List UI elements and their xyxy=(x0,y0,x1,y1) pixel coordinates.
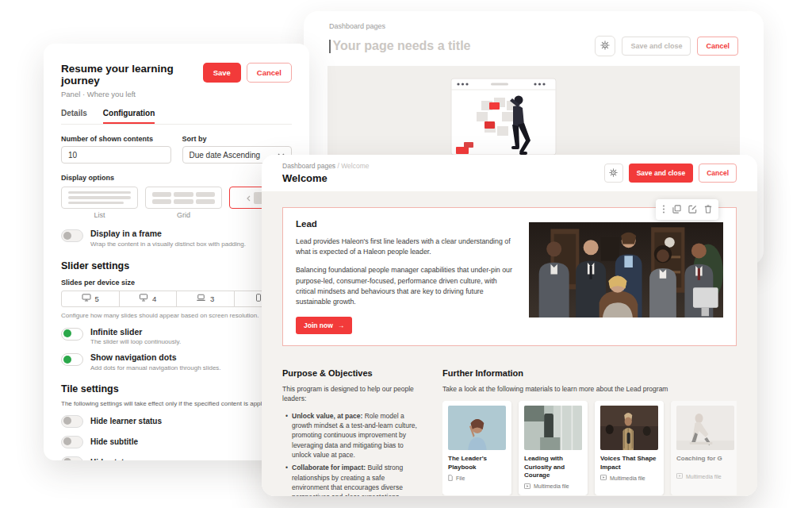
cancel-button[interactable]: Cancel xyxy=(697,37,738,56)
purpose-bullet: Unlock value, at pace: Role model a grow… xyxy=(285,411,423,460)
display-option-list[interactable]: List xyxy=(61,187,138,219)
save-button[interactable]: Save xyxy=(203,63,241,83)
multimedia-icon xyxy=(676,473,683,479)
further-information-section: Further Information Take a look at the f… xyxy=(442,368,737,496)
text-cursor xyxy=(329,40,331,53)
material-card-leaders-playbook[interactable]: The Leader's Playbook File xyxy=(442,401,511,495)
lead-paragraph: Lead provides Haleon's first line leader… xyxy=(296,237,516,257)
delete-icon[interactable] xyxy=(704,202,712,217)
edit-icon[interactable] xyxy=(688,202,697,217)
block-toolbar xyxy=(656,199,718,220)
tab-bar: Details Configuration xyxy=(61,109,292,125)
tile-settings-heading: Tile settings xyxy=(61,383,292,394)
save-and-close-button[interactable]: Save and close xyxy=(622,37,691,56)
breadcrumb: Dashboard pagesWelcome xyxy=(282,162,369,170)
multimedia-icon xyxy=(600,475,607,481)
purpose-intro: This program is designed to help our peo… xyxy=(282,384,423,404)
join-now-button[interactable]: Join now → xyxy=(296,317,352,334)
display-options-label: Display options xyxy=(61,174,292,182)
display-in-frame-toggle[interactable] xyxy=(61,229,83,242)
purpose-objectives-section: Purpose & Objectives This program is des… xyxy=(282,368,423,496)
slider-settings-heading: Slider settings xyxy=(61,260,292,271)
drag-handle-icon[interactable] xyxy=(662,202,665,217)
lead-hero-image xyxy=(529,222,723,318)
frame-toggle-row: Display in a frame Wrap the content in a… xyxy=(61,229,292,248)
gear-icon xyxy=(600,39,610,53)
toggle-desc: Wrap the content in a visually distinct … xyxy=(90,241,246,248)
duplicate-icon[interactable] xyxy=(672,202,681,217)
device-desktop-option[interactable]: 5 xyxy=(62,291,120,306)
material-card-voices-impact[interactable]: Voices That Shape Impact Multimedia file xyxy=(595,401,664,495)
settings-button[interactable] xyxy=(595,36,615,56)
slides-helper-text: Configure how many slides should appear … xyxy=(61,312,292,319)
tile-settings-note: The following settings will take effect … xyxy=(61,400,292,407)
arrow-right-icon: → xyxy=(338,321,345,329)
hide-subtitle-row: Hide subtitle xyxy=(61,435,292,448)
breadcrumb-root[interactable]: Dashboard pages xyxy=(282,162,335,170)
monitor-icon xyxy=(139,294,148,303)
slider-arrow-left-icon xyxy=(247,190,251,205)
sort-by-label: Sort by xyxy=(182,135,293,143)
hide-learner-status-row: Hide learner status xyxy=(61,414,292,428)
editor-header: Dashboard pages Your page needs a title … xyxy=(304,11,764,56)
breadcrumb-current: Welcome xyxy=(341,162,369,170)
save-and-close-button[interactable]: Save and close xyxy=(629,164,693,183)
breadcrumb[interactable]: Dashboard pages xyxy=(329,22,738,30)
materials-slider: The Leader's Playbook File xyxy=(442,401,737,495)
device-monitor-option[interactable]: 4 xyxy=(120,291,178,306)
laptop-icon xyxy=(196,294,206,303)
hide-status-toggle[interactable] xyxy=(61,456,83,461)
file-icon xyxy=(448,475,453,482)
tab-details[interactable]: Details xyxy=(61,109,87,124)
slides-per-device-label: Slides per device size xyxy=(61,279,292,287)
settings-button[interactable] xyxy=(604,164,623,183)
purpose-heading: Purpose & Objectives xyxy=(282,368,423,378)
cancel-button[interactable]: Cancel xyxy=(247,63,292,83)
hide-learner-status-toggle[interactable] xyxy=(61,415,83,428)
cancel-button[interactable]: Cancel xyxy=(699,164,737,183)
panel-subtitle: Panel · Where you left xyxy=(61,90,203,98)
multimedia-icon xyxy=(524,483,530,490)
shown-contents-label: Number of shown contents xyxy=(61,135,171,143)
tab-configuration[interactable]: Configuration xyxy=(103,109,155,124)
material-thumbnail xyxy=(600,406,658,450)
toggle-label: Display in a frame xyxy=(90,229,246,238)
slides-per-device-control: 5 4 3 2 xyxy=(61,291,292,307)
shown-contents-input[interactable] xyxy=(61,146,171,164)
lead-hero-block[interactable]: Lead Lead provides Haleon's first line l… xyxy=(282,207,737,346)
material-thumbnail xyxy=(524,406,582,450)
sort-by-value: Due date Ascending xyxy=(190,151,261,160)
tablet-icon xyxy=(255,294,262,303)
material-thumbnail xyxy=(676,406,734,450)
infinite-slider-toggle[interactable] xyxy=(61,328,83,341)
material-card-coaching[interactable]: Coaching for G Multimedia file xyxy=(671,401,737,495)
desktop-icon xyxy=(82,294,91,303)
navigation-dots-toggle[interactable] xyxy=(61,353,83,366)
page-title-input[interactable]: Your page needs a title xyxy=(333,39,596,53)
device-laptop-option[interactable]: 3 xyxy=(177,291,235,306)
panel-title: Resume your learning journey xyxy=(61,63,203,87)
page-editor-window-welcome: Dashboard pagesWelcome Welcome Save and … xyxy=(262,155,757,496)
material-thumbnail xyxy=(448,406,506,450)
hide-status-row: Hide status xyxy=(61,456,292,461)
further-heading: Further Information xyxy=(442,368,737,378)
lead-heading: Lead xyxy=(296,219,516,229)
purpose-bullet: Collaborate for impact: Build strong rel… xyxy=(285,463,423,496)
hide-subtitle-toggle[interactable] xyxy=(61,436,83,448)
page-title: Welcome xyxy=(282,172,369,184)
material-card-curiosity-courage[interactable]: Leading with Curiosity and Courage Multi… xyxy=(519,401,588,495)
further-intro: Take a look at the following materials t… xyxy=(442,384,737,394)
navigation-dots-row: Show navigation dots Add dots for manual… xyxy=(61,352,292,371)
infinite-slider-row: Infinite slider The slider will loop con… xyxy=(61,327,292,346)
display-option-grid[interactable]: Grid xyxy=(145,187,222,219)
lead-paragraph: Balancing foundational people manager ca… xyxy=(296,265,516,307)
gear-icon xyxy=(609,166,618,180)
